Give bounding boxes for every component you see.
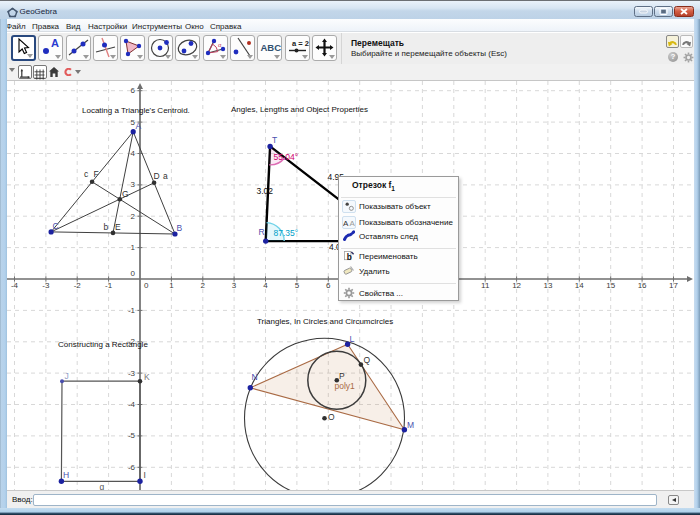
svg-text:16: 16 bbox=[638, 281, 647, 290]
svg-text:E: E bbox=[115, 222, 121, 232]
svg-text:Locating a Triangle's Centroid: Locating a Triangle's Centroid. bbox=[82, 106, 190, 115]
svg-text:O: O bbox=[328, 412, 335, 422]
svg-text:-1: -1 bbox=[128, 306, 136, 315]
svg-text:13: 13 bbox=[543, 281, 552, 290]
svg-text:1: 1 bbox=[131, 243, 136, 252]
svg-text:F: F bbox=[94, 169, 99, 179]
svg-text:A: A bbox=[343, 219, 349, 228]
svg-text:2: 2 bbox=[131, 212, 136, 221]
svg-text:3: 3 bbox=[131, 180, 136, 189]
svg-text:J: J bbox=[65, 371, 69, 381]
svg-text:G: G bbox=[122, 189, 129, 199]
svg-text:g: g bbox=[100, 482, 105, 491]
svg-text:0: 0 bbox=[131, 269, 136, 278]
svg-text:A: A bbox=[350, 219, 356, 228]
svg-text:D: D bbox=[154, 171, 160, 181]
svg-text:Triangles, In Circles and Circ: Triangles, In Circles and Circumcircles bbox=[257, 317, 393, 326]
svg-text:4: 4 bbox=[131, 149, 136, 158]
svg-text:3.02: 3.02 bbox=[257, 186, 274, 196]
svg-text:α: α bbox=[218, 42, 222, 48]
svg-text:-6: -6 bbox=[128, 463, 136, 472]
svg-text:-2: -2 bbox=[74, 281, 82, 290]
svg-text:12: 12 bbox=[512, 281, 521, 290]
svg-text:-1: -1 bbox=[105, 281, 113, 290]
svg-text:L: L bbox=[350, 334, 355, 344]
svg-text:b: b bbox=[104, 222, 109, 232]
svg-text:6: 6 bbox=[131, 86, 136, 95]
svg-text:-4: -4 bbox=[128, 400, 136, 409]
svg-text:17: 17 bbox=[669, 281, 678, 290]
svg-text:1: 1 bbox=[169, 281, 174, 290]
svg-text:14: 14 bbox=[575, 281, 584, 290]
svg-text:-3: -3 bbox=[128, 369, 136, 378]
svg-text:B: B bbox=[177, 223, 183, 233]
svg-text:55.04°: 55.04° bbox=[274, 152, 299, 162]
svg-text:c: c bbox=[84, 169, 89, 179]
svg-text:I: I bbox=[144, 470, 146, 480]
svg-text:H: H bbox=[63, 470, 69, 480]
svg-text:Q: Q bbox=[364, 355, 371, 365]
svg-text:b: b bbox=[346, 253, 351, 262]
svg-text:A: A bbox=[51, 37, 59, 49]
svg-text:ABC: ABC bbox=[261, 42, 282, 53]
svg-text:T: T bbox=[272, 135, 277, 145]
svg-text:a = 2: a = 2 bbox=[292, 39, 309, 48]
svg-text:R: R bbox=[259, 227, 265, 237]
svg-text:6: 6 bbox=[326, 281, 331, 290]
svg-text:-5: -5 bbox=[128, 431, 136, 440]
svg-text:A: A bbox=[136, 121, 142, 131]
svg-text:87.35°: 87.35° bbox=[274, 228, 299, 238]
svg-text:P: P bbox=[339, 371, 345, 381]
svg-text:a: a bbox=[163, 171, 168, 181]
svg-text:N: N bbox=[252, 372, 258, 382]
svg-text:poly1: poly1 bbox=[335, 381, 356, 391]
svg-text:Constructing a Rectangle: Constructing a Rectangle bbox=[58, 340, 148, 349]
svg-text:-3: -3 bbox=[42, 281, 50, 290]
svg-text:11: 11 bbox=[481, 281, 490, 290]
svg-text:4: 4 bbox=[263, 281, 268, 290]
svg-text:0: 0 bbox=[144, 281, 149, 290]
svg-text:C: C bbox=[53, 221, 59, 231]
svg-text:3: 3 bbox=[232, 281, 237, 290]
svg-text:2: 2 bbox=[201, 281, 206, 290]
svg-text:Angles, Lengths and Object Pro: Angles, Lengths and Object Properties bbox=[231, 105, 368, 114]
svg-text:M: M bbox=[407, 420, 414, 430]
svg-text:5: 5 bbox=[295, 281, 300, 290]
svg-text:15: 15 bbox=[606, 281, 615, 290]
svg-text:-4: -4 bbox=[11, 281, 19, 290]
svg-text:K: K bbox=[144, 372, 150, 382]
